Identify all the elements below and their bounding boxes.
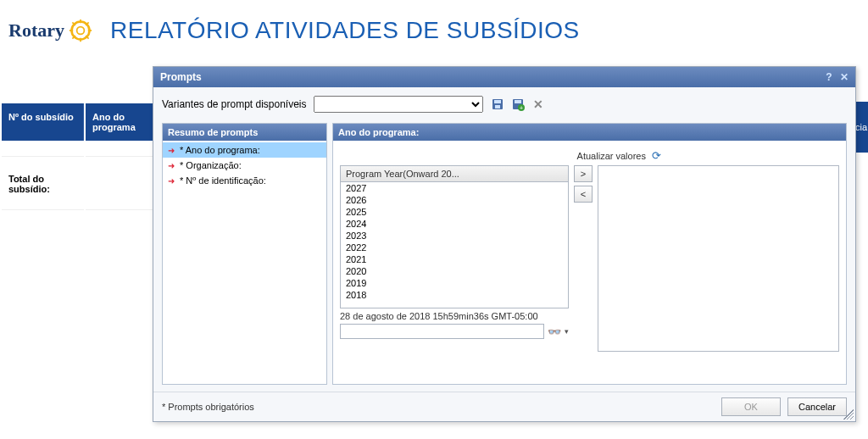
variants-row: Variantes de prompt disponíveis + ✕ bbox=[162, 94, 847, 118]
save-as-icon[interactable]: + bbox=[510, 97, 526, 112]
binoculars-icon[interactable]: 👓 bbox=[548, 325, 561, 338]
close-icon[interactable]: ✕ bbox=[840, 71, 849, 83]
list-item[interactable]: 2023 bbox=[341, 230, 568, 242]
save-icon[interactable] bbox=[490, 97, 505, 112]
prompt-item[interactable]: ➜* Organização: bbox=[163, 158, 326, 173]
move-right-button[interactable]: > bbox=[574, 165, 593, 182]
col-grant-number: Nº do subsídio bbox=[2, 103, 84, 141]
dialog-title: Prompts bbox=[160, 71, 202, 83]
list-item[interactable]: 2020 bbox=[341, 265, 568, 277]
list-item[interactable]: 2018 bbox=[341, 289, 568, 301]
prompt-item-label: * Organização: bbox=[180, 160, 242, 170]
prompt-detail-panel: Ano do programa: Atualizar valores ⟳ Pro… bbox=[332, 123, 847, 385]
delete-icon[interactable]: ✕ bbox=[531, 97, 546, 112]
list-item[interactable]: 2025 bbox=[341, 206, 568, 218]
svg-rect-11 bbox=[494, 100, 501, 103]
list-item[interactable]: 2027 bbox=[341, 182, 568, 194]
ok-button[interactable]: OK bbox=[721, 397, 781, 416]
refresh-timestamp: 28 de agosto de 2018 15h59min36s GMT-05:… bbox=[340, 308, 569, 324]
list-item[interactable]: 2026 bbox=[341, 194, 568, 206]
brand-text: Rotary bbox=[8, 19, 64, 42]
mandatory-note: * Prompts obrigatórios bbox=[162, 402, 254, 412]
required-arrow-icon: ➜ bbox=[168, 176, 175, 186]
prompt-summary-panel: Resumo de prompts ➜* Ano do programa:➜* … bbox=[162, 123, 327, 385]
svg-point-1 bbox=[77, 27, 85, 35]
rotary-wheel-icon bbox=[68, 18, 93, 43]
page-header: Rotary RELATÓRIO ATIVIDADES DE SUBSÍDIOS bbox=[0, 0, 868, 53]
prompt-item[interactable]: ➜* Nº de identificação: bbox=[163, 173, 326, 188]
available-list-title: Program Year(Onward 20... bbox=[340, 165, 569, 181]
variants-select[interactable] bbox=[314, 96, 483, 113]
search-input[interactable] bbox=[340, 324, 544, 339]
move-left-button[interactable]: < bbox=[574, 186, 593, 203]
prompt-item-label: * Nº de identificação: bbox=[180, 175, 266, 186]
refresh-label: Atualizar valores bbox=[577, 151, 646, 161]
total-label: Total do subsídio: bbox=[2, 158, 84, 210]
refresh-icon[interactable]: ⟳ bbox=[652, 149, 661, 162]
dialog-titlebar[interactable]: Prompts ? ✕ bbox=[153, 67, 855, 87]
page-title: RELATÓRIO ATIVIDADES DE SUBSÍDIOS bbox=[110, 17, 580, 44]
resize-grip[interactable] bbox=[843, 409, 854, 420]
prompt-item-label: * Ano do programa: bbox=[180, 145, 260, 155]
svg-rect-12 bbox=[495, 105, 500, 108]
variants-label: Variantes de prompt disponíveis bbox=[162, 98, 307, 110]
prompt-item[interactable]: ➜* Ano do programa: bbox=[163, 142, 326, 158]
cancel-button[interactable]: Cancelar bbox=[787, 397, 847, 416]
prompts-dialog: Prompts ? ✕ Variantes de prompt disponív… bbox=[153, 66, 856, 422]
svg-text:+: + bbox=[520, 105, 523, 111]
report-table: Nº do subsídio Ano do programa Total do … bbox=[0, 102, 170, 212]
available-values-list[interactable]: 2027202620252024202320222021202020192018 bbox=[340, 181, 569, 308]
help-icon[interactable]: ? bbox=[826, 71, 832, 83]
list-item[interactable]: 2024 bbox=[341, 218, 568, 230]
search-dropdown-icon[interactable]: ▾ bbox=[565, 327, 569, 336]
selected-values-list[interactable] bbox=[598, 165, 839, 352]
svg-rect-14 bbox=[515, 100, 521, 103]
prompt-summary-header: Resumo de prompts bbox=[163, 124, 326, 141]
list-item[interactable]: 2022 bbox=[341, 242, 568, 253]
required-arrow-icon: ➜ bbox=[168, 146, 175, 155]
prompt-detail-header: Ano do programa: bbox=[333, 124, 846, 141]
list-item[interactable]: 2019 bbox=[341, 277, 568, 289]
required-arrow-icon: ➜ bbox=[168, 161, 175, 170]
list-item[interactable]: 2021 bbox=[341, 253, 568, 265]
col-partial-right: cia bbox=[854, 102, 868, 153]
prompt-list: ➜* Ano do programa:➜* Organização:➜* Nº … bbox=[163, 141, 326, 384]
